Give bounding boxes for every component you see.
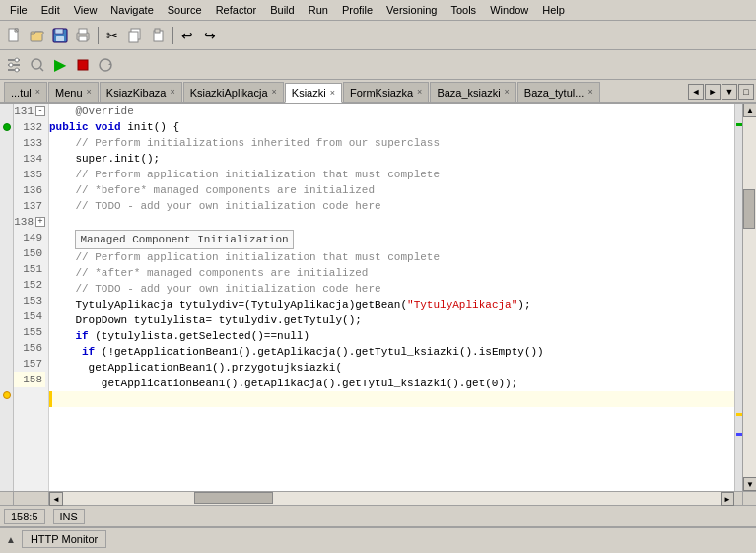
separator-1 bbox=[95, 25, 101, 46]
svg-rect-9 bbox=[129, 32, 138, 42]
region-box[interactable]: Managed Component Initialization bbox=[75, 230, 293, 249]
new-button[interactable] bbox=[4, 25, 26, 46]
tab-tul[interactable]: ...tul × bbox=[4, 82, 47, 102]
code-body: 131 - 132 133 134 135 136 137 138 + 149 … bbox=[0, 104, 756, 491]
scroll-track-horizontal[interactable] bbox=[63, 492, 721, 505]
code-line-region: Managed Component Initialization bbox=[49, 230, 734, 249]
tab-bar: ...tul × Menu × KsiazKibaza × KsiazkiApl… bbox=[0, 80, 756, 104]
tab-ksiazkibaza-label: KsiazKibaza bbox=[106, 87, 167, 99]
menu-build[interactable]: Build bbox=[264, 2, 300, 18]
line-numbers: 131 - 132 133 134 135 136 137 138 + 149 … bbox=[14, 104, 49, 491]
code-line: getApplicationBean1().getAplikacja().get… bbox=[49, 376, 734, 391]
breakpoint-gutter bbox=[0, 104, 14, 491]
code-line: @Override bbox=[49, 104, 734, 119]
svg-rect-20 bbox=[78, 60, 88, 70]
tab-tul-label: ...tul bbox=[11, 87, 32, 99]
tab-ksiazkibaza-close[interactable]: × bbox=[170, 88, 174, 97]
scroll-thumb-vertical[interactable] bbox=[743, 189, 755, 229]
redo-button[interactable]: ↪ bbox=[199, 25, 221, 46]
paste-button[interactable] bbox=[147, 25, 169, 46]
tab-ksiazkibaza[interactable]: KsiazKibaza × bbox=[100, 82, 182, 102]
bottom-panel: ▲ HTTP Monitor bbox=[0, 526, 756, 550]
config-button[interactable] bbox=[4, 54, 26, 76]
stop-button[interactable] bbox=[72, 54, 94, 76]
vertical-scrollbar[interactable]: ▲ ▼ bbox=[742, 104, 756, 491]
menu-run[interactable]: Run bbox=[303, 2, 334, 18]
tab-ksiazki-label: Ksiazki bbox=[292, 87, 326, 99]
scroll-thumb-horizontal[interactable] bbox=[194, 492, 273, 504]
search-button[interactable] bbox=[27, 54, 48, 76]
tab-maximize[interactable]: □ bbox=[738, 84, 754, 100]
menu-navigate[interactable]: Navigate bbox=[104, 2, 159, 18]
tab-tul-close[interactable]: × bbox=[35, 88, 40, 97]
toolbar-1: ✂ ↩ ↪ bbox=[0, 21, 756, 50]
tab-list[interactable]: ▼ bbox=[722, 84, 737, 100]
tab-baza-ksiazki[interactable]: Baza_ksiazki × bbox=[430, 82, 515, 102]
tab-menu-close[interactable]: × bbox=[87, 88, 92, 97]
tab-formksiazka[interactable]: FormKsiazka × bbox=[343, 82, 429, 102]
status-bar: 158:5 INS bbox=[0, 505, 756, 526]
cursor-position: 158:5 bbox=[4, 509, 45, 524]
svg-rect-11 bbox=[155, 29, 160, 33]
code-line: // *before* managed components are initi… bbox=[49, 182, 734, 198]
copy-button[interactable] bbox=[124, 25, 146, 46]
tab-baza-tytul-label: Baza_tytul... bbox=[524, 87, 584, 99]
scroll-right-button[interactable]: ► bbox=[721, 492, 734, 506]
svg-line-19 bbox=[40, 68, 43, 71]
scroll-up-button[interactable]: ▲ bbox=[743, 104, 756, 117]
editor-container: 131 - 132 133 134 135 136 137 138 + 149 … bbox=[0, 104, 756, 505]
editor-mode: INS bbox=[53, 509, 85, 524]
save-button[interactable] bbox=[49, 25, 71, 46]
panel-expand-icon[interactable]: ▲ bbox=[4, 532, 18, 547]
horizontal-scrollbar[interactable]: ◄ ► bbox=[49, 491, 734, 505]
cut-button[interactable]: ✂ bbox=[102, 25, 123, 46]
tab-scroll-right[interactable]: ► bbox=[705, 84, 721, 100]
menu-help[interactable]: Help bbox=[536, 2, 571, 18]
http-monitor-tab[interactable]: HTTP Monitor bbox=[22, 530, 106, 548]
menu-edit[interactable]: Edit bbox=[35, 2, 66, 18]
refresh-button[interactable] bbox=[95, 54, 116, 76]
svg-rect-4 bbox=[56, 36, 64, 41]
svg-rect-3 bbox=[55, 29, 63, 34]
toolbar-2: ▶ bbox=[0, 50, 756, 80]
code-line: // Perform application initialization th… bbox=[49, 249, 734, 265]
menu-profile[interactable]: Profile bbox=[336, 2, 378, 18]
menu-window[interactable]: Window bbox=[484, 2, 534, 18]
tab-baza-tytul-close[interactable]: × bbox=[587, 88, 592, 97]
menu-source[interactable]: Source bbox=[162, 2, 208, 18]
horizontal-scroll-row: ◄ ► bbox=[0, 491, 756, 505]
tab-ksiazkiaplikacja-close[interactable]: × bbox=[272, 88, 277, 97]
tab-menu[interactable]: Menu × bbox=[48, 82, 99, 102]
open-button[interactable] bbox=[27, 25, 48, 46]
tab-formksiazka-close[interactable]: × bbox=[417, 88, 422, 97]
tab-navigation: ◄ ► ▼ □ bbox=[688, 84, 756, 102]
tab-scroll-left[interactable]: ◄ bbox=[688, 84, 704, 100]
tab-ksiazkiaplikacja[interactable]: KsiazkiAplikacja × bbox=[183, 82, 284, 102]
menu-view[interactable]: View bbox=[68, 2, 103, 18]
code-line: // *after* managed components are initia… bbox=[49, 265, 734, 281]
scroll-down-button[interactable]: ▼ bbox=[743, 477, 756, 491]
tab-baza-ksiazki-label: Baza_ksiazki bbox=[437, 87, 500, 99]
print-button[interactable] bbox=[72, 25, 94, 46]
expand-131[interactable]: - bbox=[35, 106, 45, 116]
code-line: if (tytulylista.getSelected()==null) bbox=[49, 328, 734, 344]
svg-point-17 bbox=[15, 68, 19, 72]
tab-ksiazki-close[interactable]: × bbox=[330, 89, 335, 98]
scroll-left-button[interactable]: ◄ bbox=[49, 492, 63, 506]
menu-file[interactable]: File bbox=[4, 2, 34, 18]
code-editor[interactable]: @Override public void init() { // Perfor… bbox=[49, 104, 734, 491]
run-button[interactable]: ▶ bbox=[49, 54, 71, 76]
tab-ksiazki[interactable]: Ksiazki × bbox=[285, 83, 342, 103]
tab-menu-label: Menu bbox=[55, 87, 83, 99]
svg-point-18 bbox=[32, 59, 41, 69]
tab-baza-tytul[interactable]: Baza_tytul... × bbox=[517, 82, 600, 102]
code-line: public void init() { bbox=[49, 119, 734, 135]
undo-button[interactable]: ↩ bbox=[176, 25, 198, 46]
menu-versioning[interactable]: Versioning bbox=[380, 2, 443, 18]
menu-refactor[interactable]: Refactor bbox=[210, 2, 263, 18]
menu-tools[interactable]: Tools bbox=[445, 2, 482, 18]
scroll-track-vertical[interactable] bbox=[743, 117, 756, 477]
tab-baza-ksiazki-close[interactable]: × bbox=[505, 88, 510, 97]
code-line: // Perform application initialization th… bbox=[49, 167, 734, 182]
expand-138[interactable]: + bbox=[35, 217, 45, 227]
